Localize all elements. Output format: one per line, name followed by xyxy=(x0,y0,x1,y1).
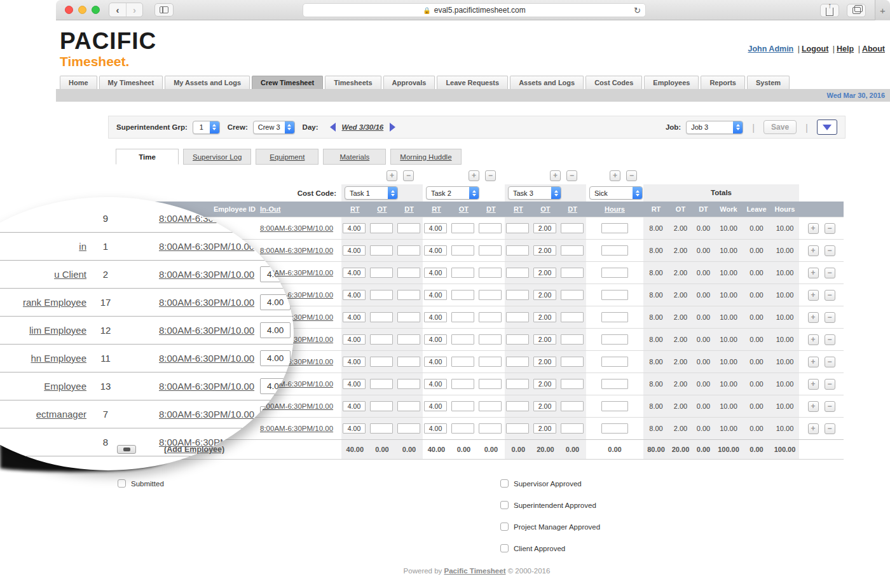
sick-hours-input[interactable] xyxy=(601,223,628,233)
task2-rt-input[interactable] xyxy=(424,223,447,233)
task2-dt-input[interactable] xyxy=(479,357,502,367)
nav-tab[interactable]: Reports xyxy=(701,76,745,89)
current-day-link[interactable]: Wed 3/30/16 xyxy=(342,123,384,131)
task2-ot-input[interactable] xyxy=(451,423,474,434)
task3-ot-input[interactable] xyxy=(533,379,556,389)
sick-hours-input[interactable] xyxy=(601,290,628,300)
task2-dt-input[interactable] xyxy=(479,290,502,300)
task3-ot-input[interactable] xyxy=(533,268,556,278)
task2-ot-input[interactable] xyxy=(451,290,474,300)
task1-ot-input[interactable] xyxy=(370,423,393,434)
sidebar-toggle-button[interactable] xyxy=(154,3,174,17)
nav-tab[interactable]: Crew Timesheet xyxy=(252,76,323,89)
task3-ot-input[interactable] xyxy=(533,312,556,322)
task1-ot-input[interactable] xyxy=(370,379,393,389)
task1-rt-input[interactable] xyxy=(343,334,366,345)
task1-dt-input[interactable] xyxy=(397,334,420,345)
pacific-timesheet-link[interactable]: Pacific Timesheet xyxy=(444,567,506,575)
task2-rt-input[interactable] xyxy=(424,379,447,389)
in-out-link[interactable]: 8:00AM-6:30PM/10.00 xyxy=(159,241,254,252)
employee-name-link[interactable]: rank Employee xyxy=(23,297,86,308)
col-dt[interactable]: DT xyxy=(559,205,586,213)
task2-ot-input[interactable] xyxy=(451,268,474,278)
nav-tab[interactable]: Assets and Logs xyxy=(510,76,584,89)
task3-ot-input[interactable] xyxy=(533,290,556,300)
task1-rt-input[interactable] xyxy=(343,379,366,389)
task3-rt-input[interactable] xyxy=(506,334,529,345)
browser-forward-button[interactable]: › xyxy=(126,3,142,17)
task2-dt-input[interactable] xyxy=(479,401,502,411)
task2-ot-input[interactable] xyxy=(451,245,474,256)
task3-rt-input[interactable] xyxy=(506,423,529,434)
submitted-checkbox[interactable] xyxy=(118,479,126,488)
task2-dt-input[interactable] xyxy=(479,423,502,434)
nav-tab[interactable]: Employees xyxy=(644,76,699,89)
tab-overview-button[interactable] xyxy=(847,4,866,17)
task2-rt-input[interactable] xyxy=(424,423,447,434)
next-day-arrow[interactable] xyxy=(390,123,395,132)
zoom-window-button[interactable] xyxy=(92,6,100,14)
task1-ot-input[interactable] xyxy=(370,334,393,345)
task3-ot-input[interactable] xyxy=(533,423,556,434)
employee-name-link[interactable]: hn Employee xyxy=(31,353,86,364)
sick-hours-input[interactable] xyxy=(601,268,628,278)
remove-row-button[interactable]: − xyxy=(825,357,835,367)
subtab[interactable]: Morning Huddle xyxy=(390,149,461,165)
task3-dt-input[interactable] xyxy=(561,245,584,256)
user-name-link[interactable]: John Admin xyxy=(748,44,793,53)
supervisor-approved-checkbox[interactable] xyxy=(500,479,509,488)
task1-dt-input[interactable] xyxy=(397,223,420,233)
task1-dt-input[interactable] xyxy=(397,312,420,322)
add-employee-button[interactable] xyxy=(117,445,136,454)
help-link[interactable]: Help xyxy=(837,44,854,53)
task3-ot-input[interactable] xyxy=(533,223,556,233)
task2-dt-input[interactable] xyxy=(479,223,502,233)
remove-row-button[interactable]: − xyxy=(825,290,835,301)
about-link[interactable]: About xyxy=(862,44,885,53)
task1-ot-input[interactable] xyxy=(370,223,393,233)
task3-dt-input[interactable] xyxy=(561,401,584,411)
col-dt[interactable]: DT xyxy=(395,205,423,213)
subtab[interactable]: Supervisor Log xyxy=(183,149,251,165)
address-bar[interactable]: 🔒 eval5.pacifictimesheet.com ↻ xyxy=(303,3,646,17)
nav-tab[interactable]: My Timesheet xyxy=(99,76,163,89)
col-dt[interactable]: DT xyxy=(477,205,505,213)
remove-row-button[interactable]: − xyxy=(825,268,835,278)
new-tab-button[interactable]: + xyxy=(875,0,890,20)
sick-hours-input[interactable] xyxy=(601,312,628,322)
project-manager-approved-checkbox[interactable] xyxy=(500,523,509,531)
task3-rt-input[interactable] xyxy=(506,268,529,278)
task1-rt-input[interactable] xyxy=(260,350,291,366)
superintendent-approved-checkbox[interactable] xyxy=(500,501,509,509)
nav-tab[interactable]: My Assets and Logs xyxy=(165,76,250,89)
add-costcode-button[interactable]: + xyxy=(469,170,479,181)
col-in-out[interactable]: In-Out xyxy=(256,205,341,213)
client-approved-checkbox[interactable] xyxy=(500,544,509,552)
in-out-link[interactable]: 8:00AM-6:30PM/10.00 xyxy=(159,269,254,280)
add-row-button[interactable]: + xyxy=(808,379,819,390)
task2-ot-input[interactable] xyxy=(451,357,474,367)
nav-tab[interactable]: System xyxy=(747,76,790,89)
in-out-link[interactable]: 8:00AM-6:30PM/10.00 xyxy=(260,402,333,410)
task3-dt-input[interactable] xyxy=(561,312,584,322)
task2-rt-input[interactable] xyxy=(424,268,447,278)
in-out-link[interactable]: 8:00AM-6:30PM/10.00 xyxy=(159,353,254,364)
share-button[interactable] xyxy=(820,4,839,17)
close-window-button[interactable] xyxy=(65,6,73,14)
employee-name-link[interactable]: Employee xyxy=(44,381,86,392)
col-rt[interactable]: RT xyxy=(423,205,450,213)
task1-rt-input[interactable] xyxy=(343,357,366,367)
task3-ot-input[interactable] xyxy=(533,401,556,411)
add-row-button[interactable]: + xyxy=(808,357,819,367)
remove-row-button[interactable]: − xyxy=(825,312,835,323)
task1-rt-input[interactable] xyxy=(260,294,291,310)
task1-dt-input[interactable] xyxy=(397,245,420,256)
task1-rt-input[interactable] xyxy=(343,312,366,322)
task1-rt-input[interactable] xyxy=(343,290,366,300)
in-out-link[interactable]: 8:00AM-6:30PM/10.00 xyxy=(260,224,333,232)
col-rt[interactable]: RT xyxy=(505,205,532,213)
add-row-button[interactable]: + xyxy=(808,312,819,323)
add-employee-link[interactable]: (Add Employee) xyxy=(164,445,224,454)
task2-ot-input[interactable] xyxy=(451,223,474,233)
task2-dt-input[interactable] xyxy=(479,245,502,256)
